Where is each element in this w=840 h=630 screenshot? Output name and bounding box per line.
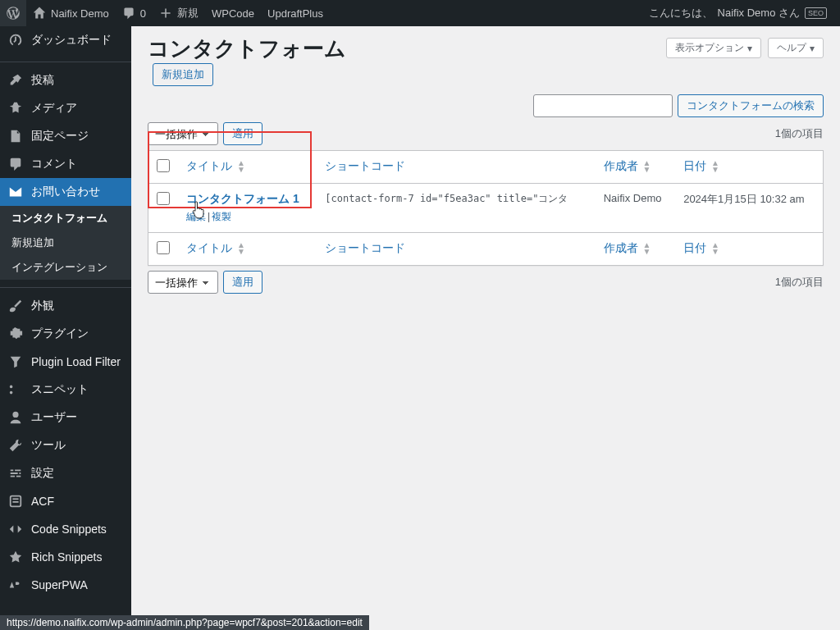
sort-icon: ▲▼ — [237, 160, 245, 173]
row-checkbox[interactable] — [157, 192, 170, 205]
menu-appearance[interactable]: 外観 — [0, 292, 131, 320]
admin-bar: Naifix Demo 0 新規 WPCode UpdraftPlus こんにち… — [0, 0, 840, 26]
menu-label: ツール — [31, 438, 66, 453]
col-shortcode-foot: ショートコード — [317, 233, 595, 266]
col-author-head[interactable]: 作成者 ▲▼ — [596, 151, 675, 184]
comments-count: 0 — [140, 7, 146, 20]
svg-rect-1 — [12, 498, 18, 500]
row-shortcode: [contact-form-7 id="f5ea3ac" title="コンタ — [317, 184, 595, 233]
comments-link[interactable]: 0 — [116, 0, 153, 26]
plugin-icon — [8, 326, 23, 341]
menu-label: プラグイン — [31, 326, 89, 341]
apply-button-bottom[interactable]: 適用 — [223, 271, 262, 294]
table-row: コンタクトフォーム 1 編集|複製 [contact-form-7 id="f5… — [148, 184, 824, 233]
menu-tools[interactable]: ツール — [0, 431, 131, 459]
menu-label: ダッシュボード — [31, 33, 112, 48]
sort-icon: ▲▼ — [643, 242, 651, 255]
submenu-add-new[interactable]: 新規追加 — [0, 231, 131, 255]
menu-settings[interactable]: 設定 — [0, 459, 131, 487]
col-author-foot[interactable]: 作成者 ▲▼ — [596, 233, 675, 266]
help-label: ヘルプ — [777, 41, 806, 55]
wrench-icon — [8, 438, 23, 453]
page-title: コンタクトフォーム — [148, 34, 346, 63]
col-date-label: 日付 — [683, 159, 706, 172]
menu-plf[interactable]: Plugin Load Filter — [0, 348, 131, 376]
submenu-integration[interactable]: インテグレーション — [0, 255, 131, 280]
user-icon — [8, 410, 23, 425]
select-all-top[interactable] — [157, 159, 170, 172]
svg-rect-2 — [12, 501, 18, 503]
bulk-action-select-bottom[interactable]: 一括操作 — [148, 271, 218, 294]
wp-logo[interactable] — [0, 0, 26, 26]
media-icon — [8, 101, 23, 116]
user-display-name: Naifix Demo さん — [718, 6, 800, 21]
menu-users[interactable]: ユーザー — [0, 404, 131, 431]
screen-options-button[interactable]: 表示オプション ▾ — [666, 38, 761, 58]
filter-icon — [8, 354, 23, 369]
menu-rich-snippets[interactable]: Rich Snippets — [0, 543, 131, 571]
menu-media[interactable]: メディア — [0, 94, 131, 122]
submenu-contact-forms[interactable]: コンタクトフォーム — [0, 206, 131, 231]
menu-acf[interactable]: ACF — [0, 487, 131, 515]
new-content[interactable]: 新規 — [153, 0, 205, 26]
row-author: Naifix Demo — [596, 184, 675, 233]
col-author-label: 作成者 — [604, 159, 638, 172]
status-bar-url: https://demo.naifix.com/wp-admin/admin.p… — [0, 615, 369, 630]
col-date-foot[interactable]: 日付 ▲▼ — [675, 233, 823, 266]
chevron-down-icon: ▾ — [747, 43, 752, 54]
menu-code-snippets[interactable]: Code Snippets — [0, 515, 131, 543]
menu-superpwa[interactable]: SuperPWA — [0, 571, 131, 599]
search-input[interactable] — [533, 94, 673, 117]
col-date-label: 日付 — [683, 241, 706, 254]
plus-icon — [159, 7, 172, 20]
menu-dashboard[interactable]: ダッシュボード — [0, 26, 131, 54]
items-count-bottom: 1個の項目 — [775, 275, 824, 290]
col-shortcode-head: ショートコード — [317, 151, 595, 184]
howdy-account[interactable]: こんにちは、 Naifix Demo さん SEO — [642, 0, 833, 26]
col-author-label: 作成者 — [604, 241, 638, 254]
menu-label: Rich Snippets — [31, 550, 102, 564]
search-button[interactable]: コンタクトフォームの検索 — [678, 94, 824, 117]
forms-table: タイトル ▲▼ ショートコード 作成者 ▲▼ 日付 ▲▼ コンタクトフォーム 1… — [148, 150, 824, 266]
items-count-top: 1個の項目 — [775, 126, 824, 141]
apply-button-top[interactable]: 適用 — [223, 122, 262, 145]
select-all-bottom[interactable] — [157, 241, 170, 254]
row-date: 2024年1月15日 10:32 am — [675, 184, 823, 233]
chevron-down-icon: ▾ — [810, 43, 815, 54]
screen-options-label: 表示オプション — [675, 41, 744, 55]
email-icon — [8, 185, 23, 199]
menu-label: 投稿 — [31, 73, 54, 88]
wpcode-link[interactable]: WPCode — [205, 0, 261, 26]
col-title-label: タイトル — [186, 241, 232, 254]
row-duplicate-link[interactable]: 複製 — [212, 211, 231, 222]
menu-label: ユーザー — [31, 410, 77, 425]
col-title-head[interactable]: タイトル ▲▼ — [178, 151, 317, 184]
menu-posts[interactable]: 投稿 — [0, 66, 131, 94]
menu-label: Plugin Load Filter — [31, 355, 121, 368]
updraft-link[interactable]: UpdraftPlus — [261, 0, 330, 26]
home-icon — [33, 7, 46, 20]
col-title-foot[interactable]: タイトル ▲▼ — [178, 233, 317, 266]
menu-contact[interactable]: お問い合わせ — [0, 178, 131, 206]
menu-label: メディア — [31, 101, 77, 116]
pwa-icon — [8, 578, 23, 592]
menu-separator — [0, 58, 131, 62]
add-new-button[interactable]: 新規追加 — [153, 63, 213, 86]
col-date-head[interactable]: 日付 ▲▼ — [675, 151, 823, 184]
page-icon — [8, 129, 23, 144]
menu-label: 外観 — [31, 299, 54, 313]
new-label: 新規 — [177, 6, 199, 21]
menu-pages[interactable]: 固定ページ — [0, 122, 131, 150]
bulk-action-select-top[interactable]: 一括操作 — [148, 122, 218, 145]
site-home[interactable]: Naifix Demo — [26, 0, 116, 26]
menu-label: お問い合わせ — [31, 185, 100, 199]
menu-snippets[interactable]: スニペット — [0, 376, 131, 404]
sliders-icon — [8, 466, 23, 481]
seo-badge: SEO — [805, 7, 827, 19]
star-icon — [8, 550, 23, 564]
col-title-label: タイトル — [186, 159, 232, 172]
menu-comments[interactable]: コメント — [0, 150, 131, 178]
menu-plugins[interactable]: プラグイン — [0, 320, 131, 348]
help-button[interactable]: ヘルプ ▾ — [768, 38, 824, 58]
menu-label: 設定 — [31, 466, 54, 481]
